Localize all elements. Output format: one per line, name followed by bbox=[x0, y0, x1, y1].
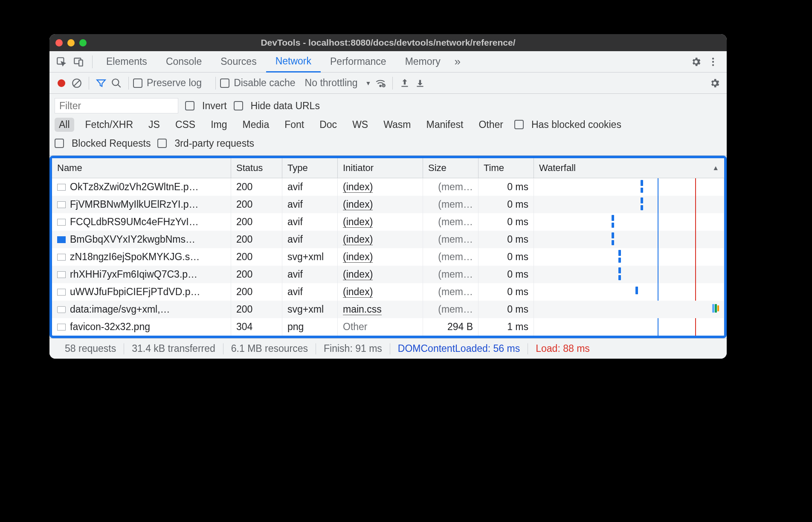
filter-type-fetch-xhr[interactable]: Fetch/XHR bbox=[81, 118, 137, 132]
preserve-log-checkbox[interactable] bbox=[133, 78, 142, 88]
window-minimize-button[interactable] bbox=[67, 39, 75, 46]
filter-type-img[interactable]: Img bbox=[206, 118, 231, 132]
record-button[interactable] bbox=[54, 75, 69, 91]
request-time: 0 ms bbox=[478, 178, 534, 196]
column-status[interactable]: Status bbox=[231, 158, 282, 178]
table-row[interactable]: data:image/svg+xml,… 200 svg+xml main.cs… bbox=[52, 301, 724, 318]
filter-type-media[interactable]: Media bbox=[238, 118, 274, 132]
filter-type-js[interactable]: JS bbox=[144, 118, 164, 132]
throttling-select[interactable]: No throttling ▼ bbox=[305, 77, 371, 89]
svg-line-9 bbox=[118, 84, 121, 87]
request-name: favicon-32x32.png bbox=[70, 321, 150, 332]
initiator-link[interactable]: (index) bbox=[343, 199, 373, 210]
svg-rect-13 bbox=[417, 86, 423, 87]
request-time: 0 ms bbox=[478, 248, 534, 266]
filter-type-other[interactable]: Other bbox=[474, 118, 508, 132]
table-row[interactable]: OkTz8xZwi0zVh2GWltnE.p… 200 avif (index)… bbox=[52, 178, 724, 196]
blocked-requests-checkbox[interactable]: Blocked Requests bbox=[55, 138, 151, 149]
column-initiator[interactable]: Initiator bbox=[338, 158, 423, 178]
table-row[interactable]: FCQLdbRS9UMc4eFHzYvI… 200 avif (index) (… bbox=[52, 213, 724, 231]
initiator-link[interactable]: (index) bbox=[343, 216, 373, 228]
column-time[interactable]: Time bbox=[478, 158, 534, 178]
window-zoom-button[interactable] bbox=[79, 39, 87, 46]
request-status: 200 bbox=[231, 301, 282, 318]
request-status: 200 bbox=[231, 178, 282, 196]
column-size[interactable]: Size bbox=[423, 158, 478, 178]
table-row[interactable]: rhXHHi7yxFm6IqiwQ7C3.p… 200 avif (index)… bbox=[52, 266, 724, 283]
tab-memory[interactable]: Memory bbox=[396, 51, 450, 72]
hide-data-urls-checkbox[interactable]: Hide data URLs bbox=[234, 100, 320, 112]
settings-icon[interactable] bbox=[688, 54, 704, 70]
file-type-icon bbox=[57, 219, 66, 226]
chevron-down-icon: ▼ bbox=[365, 80, 371, 87]
initiator-link[interactable]: (index) bbox=[343, 181, 373, 193]
request-type: avif bbox=[282, 266, 338, 283]
table-row[interactable]: uWWJfuFbpiCIEFjPTdVD.p… 200 avif (index)… bbox=[52, 283, 724, 301]
file-type-icon bbox=[57, 306, 66, 313]
request-name: FjVMRBNwMyIlkUElRzYI.p… bbox=[70, 199, 199, 210]
has-blocked-cookies-checkbox[interactable]: Has blocked cookies bbox=[514, 119, 621, 130]
invert-checkbox[interactable]: Invert bbox=[185, 100, 227, 112]
svg-rect-2 bbox=[79, 60, 83, 66]
filter-type-manifest[interactable]: Manifest bbox=[422, 118, 468, 132]
network-conditions-icon[interactable] bbox=[373, 75, 388, 91]
request-waterfall bbox=[534, 283, 724, 301]
initiator-link[interactable]: (index) bbox=[343, 269, 373, 280]
window-close-button[interactable] bbox=[55, 39, 63, 46]
table-row[interactable]: zN18ngzI6ejSpoKMYKJG.s… 200 svg+xml (ind… bbox=[52, 248, 724, 266]
filter-toggle-icon[interactable] bbox=[93, 75, 109, 91]
table-row[interactable]: FjVMRBNwMyIlkUElRzYI.p… 200 avif (index)… bbox=[52, 196, 724, 213]
request-size: (mem… bbox=[423, 248, 478, 266]
column-type[interactable]: Type bbox=[282, 158, 338, 178]
tab-elements[interactable]: Elements bbox=[97, 51, 157, 72]
filter-type-all[interactable]: All bbox=[55, 118, 74, 132]
column-name[interactable]: Name bbox=[52, 158, 231, 178]
third-party-requests-checkbox[interactable]: 3rd-party requests bbox=[157, 138, 254, 149]
request-size: (mem… bbox=[423, 283, 478, 301]
more-tabs-icon[interactable]: » bbox=[450, 54, 465, 70]
window-titlebar: DevTools - localhost:8080/docs/devtools/… bbox=[49, 34, 727, 51]
request-initiator: (index) bbox=[338, 248, 423, 266]
filter-input[interactable] bbox=[55, 98, 178, 113]
filter-type-css[interactable]: CSS bbox=[171, 118, 200, 132]
table-row[interactable]: BmGbqXVYxIY2kwgbNms… 200 avif (index) (m… bbox=[52, 231, 724, 248]
upload-har-icon[interactable] bbox=[397, 75, 412, 91]
tab-console[interactable]: Console bbox=[157, 51, 211, 72]
svg-point-5 bbox=[712, 64, 714, 66]
filter-type-font[interactable]: Font bbox=[280, 118, 308, 132]
disable-cache-checkbox[interactable] bbox=[220, 78, 229, 88]
request-size: (mem… bbox=[423, 213, 478, 231]
table-row[interactable]: favicon-32x32.png 304 png Other 294 B 1 … bbox=[52, 318, 724, 336]
request-waterfall bbox=[534, 318, 724, 336]
tab-sources[interactable]: Sources bbox=[211, 51, 266, 72]
inspect-element-icon[interactable] bbox=[54, 54, 69, 70]
tab-performance[interactable]: Performance bbox=[321, 51, 396, 72]
download-har-icon[interactable] bbox=[412, 75, 428, 91]
search-icon[interactable] bbox=[109, 75, 124, 91]
svg-point-3 bbox=[712, 58, 714, 59]
request-name: FCQLdbRS9UMc4eFHzYvI… bbox=[70, 216, 199, 227]
kebab-menu-icon[interactable] bbox=[705, 54, 721, 70]
column-waterfall[interactable]: Waterfall▲ bbox=[534, 158, 724, 178]
request-status: 200 bbox=[231, 248, 282, 266]
device-toggle-icon[interactable] bbox=[71, 54, 86, 70]
clear-button[interactable] bbox=[69, 75, 84, 91]
request-size: (mem… bbox=[423, 266, 478, 283]
initiator-text: Other bbox=[343, 321, 368, 332]
initiator-link[interactable]: (index) bbox=[343, 286, 373, 298]
request-status: 304 bbox=[231, 318, 282, 336]
request-type: svg+xml bbox=[282, 248, 338, 266]
initiator-link[interactable]: main.css bbox=[343, 304, 382, 315]
filter-type-ws[interactable]: WS bbox=[348, 118, 372, 132]
request-type: avif bbox=[282, 231, 338, 248]
filter-type-doc[interactable]: Doc bbox=[315, 118, 341, 132]
filter-type-wasm[interactable]: Wasm bbox=[379, 118, 415, 132]
tab-network[interactable]: Network bbox=[266, 52, 321, 72]
request-waterfall bbox=[534, 178, 724, 196]
request-waterfall bbox=[534, 248, 724, 266]
request-name: BmGbqXVYxIY2kwgbNms… bbox=[70, 234, 195, 245]
network-settings-icon[interactable] bbox=[707, 75, 722, 91]
initiator-link[interactable]: (index) bbox=[343, 251, 373, 263]
status-transferred: 31.4 kB transferred bbox=[124, 343, 223, 354]
initiator-link[interactable]: (index) bbox=[343, 234, 373, 245]
